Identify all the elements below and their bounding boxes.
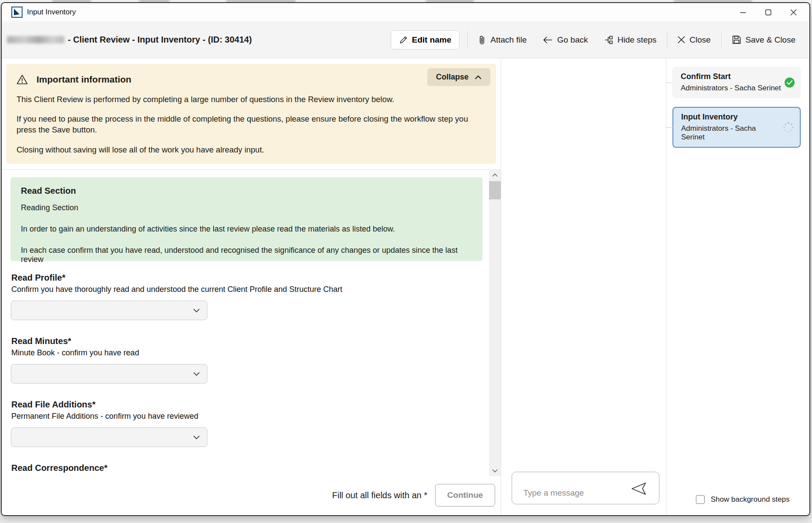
window-title: Input Inventory xyxy=(27,8,76,17)
step-assignee: Administrators - Sacha Serinet xyxy=(681,84,781,93)
collapse-button[interactable]: Collapse xyxy=(427,68,490,86)
show-background-steps-toggle[interactable]: Show background steps xyxy=(696,495,789,504)
save-and-close-button[interactable]: Save & Close xyxy=(729,31,798,49)
field-description: Confirm you have thoroughly read and und… xyxy=(10,285,474,294)
chevron-down-icon xyxy=(193,308,200,313)
chevron-down-icon xyxy=(193,372,200,376)
close-window-icon xyxy=(790,9,797,16)
field-label: Read Profile* xyxy=(10,273,474,283)
workflow-steps-icon xyxy=(604,35,613,45)
input-inventory-window: Input Inventory - Client Review - Input … xyxy=(1,2,810,516)
close-icon xyxy=(678,36,685,43)
step-connector xyxy=(666,127,673,128)
continue-button[interactable]: Continue xyxy=(435,484,495,506)
scroll-down-arrow[interactable] xyxy=(489,469,501,473)
chevron-down-icon xyxy=(193,435,200,440)
plainsail-app-icon xyxy=(11,7,23,18)
step-title: Confirm Start xyxy=(681,72,781,81)
read-minutes-select[interactable] xyxy=(11,364,207,384)
maximize-icon xyxy=(765,9,772,16)
workflow-header: - Client Review - Input Inventory - (ID:… xyxy=(2,21,809,58)
step-input-inventory[interactable]: Input Inventory Administrators - Sacha S… xyxy=(672,107,801,148)
edit-name-button[interactable]: Edit name xyxy=(391,30,460,50)
attach-file-button[interactable]: Attach file xyxy=(476,30,529,50)
paperclip-icon xyxy=(478,35,486,45)
chat-column xyxy=(501,58,666,514)
read-section-heading: Read Section xyxy=(21,186,472,196)
info-paragraph: Closing without saving will lose all of … xyxy=(17,144,482,155)
scrollbar-thumb[interactable] xyxy=(489,181,501,199)
field-read-minutes: Read Minutes* Minute Book - confirm you … xyxy=(10,336,474,384)
important-information-panel: Important information Collapse This Clie… xyxy=(6,64,496,164)
go-back-button[interactable]: Go back xyxy=(540,31,591,49)
read-section-subheading: Reading Section xyxy=(21,203,472,212)
chevron-up-icon xyxy=(475,75,482,79)
divider xyxy=(721,31,722,49)
form-scroll-area[interactable]: Read Section Reading Section In order to… xyxy=(2,169,501,476)
step-assignee: Administrators - Sacha Serinet xyxy=(681,124,781,142)
minimize-button[interactable] xyxy=(730,3,755,21)
warning-icon xyxy=(17,74,28,85)
show-background-steps-checkbox[interactable] xyxy=(696,495,705,504)
field-label: Read Minutes* xyxy=(10,336,474,346)
hide-steps-button[interactable]: Hide steps xyxy=(601,31,659,49)
read-section-paragraph: In order to gain an understanding of act… xyxy=(21,225,472,234)
show-background-steps-label: Show background steps xyxy=(711,495,789,504)
field-description: Minute Book - confirm you have read xyxy=(10,348,474,357)
field-label: Read File Additions* xyxy=(10,400,474,410)
field-label: Read Correspondence* xyxy=(10,463,474,473)
read-file-additions-select[interactable] xyxy=(11,427,207,447)
step-complete-check-icon xyxy=(784,77,795,88)
field-description: Correspondence and emails in PlainSail -… xyxy=(10,475,474,476)
form-column: Important information Collapse This Clie… xyxy=(2,58,501,514)
send-message-icon[interactable] xyxy=(630,482,647,496)
step-confirm-start[interactable]: Confirm Start Administrators - Sacha Ser… xyxy=(672,67,801,98)
step-in-progress-spinner-icon xyxy=(782,121,795,133)
chat-input-container xyxy=(512,472,659,504)
field-read-correspondence: Read Correspondence* Correspondence and … xyxy=(10,463,474,476)
maximize-button[interactable] xyxy=(755,3,781,21)
workflow-title: - Client Review - Input Inventory - (ID:… xyxy=(7,35,252,45)
pencil-icon xyxy=(399,36,408,44)
step-title: Input Inventory xyxy=(681,113,781,122)
field-description: Permanent File Additions - confirm you h… xyxy=(10,412,474,421)
info-panel-heading: Important information xyxy=(37,74,131,85)
arrow-left-icon xyxy=(542,36,553,44)
titlebar: Input Inventory xyxy=(2,3,809,21)
vertical-scrollbar[interactable] xyxy=(489,170,501,476)
info-paragraph: If you need to pause the process in the … xyxy=(17,113,482,135)
info-paragraph: This Client Review is performed by compl… xyxy=(17,94,482,105)
save-icon xyxy=(732,35,741,44)
close-workflow-button[interactable]: Close xyxy=(675,31,713,49)
divider xyxy=(467,31,468,49)
workflow-steps-panel: Confirm Start Administrators - Sacha Ser… xyxy=(666,58,809,514)
client-name-redacted xyxy=(7,36,64,43)
step-connector xyxy=(666,83,673,83)
field-read-file-additions: Read File Additions* Permanent File Addi… xyxy=(10,400,474,447)
read-section-panel: Read Section Reading Section In order to… xyxy=(10,177,483,261)
field-read-profile: Read Profile* Confirm you have thoroughl… xyxy=(10,273,474,320)
divider xyxy=(667,31,667,49)
required-fields-note: Fill out all fields with an * xyxy=(332,490,427,500)
read-profile-select[interactable] xyxy=(11,301,207,320)
workflow-title-text: - Client Review - Input Inventory - (ID:… xyxy=(68,35,252,45)
scroll-up-arrow[interactable] xyxy=(489,173,501,177)
minimize-icon xyxy=(740,9,746,16)
close-window-button[interactable] xyxy=(781,3,806,21)
form-footer: Fill out all fields with an * Continue xyxy=(2,476,501,514)
